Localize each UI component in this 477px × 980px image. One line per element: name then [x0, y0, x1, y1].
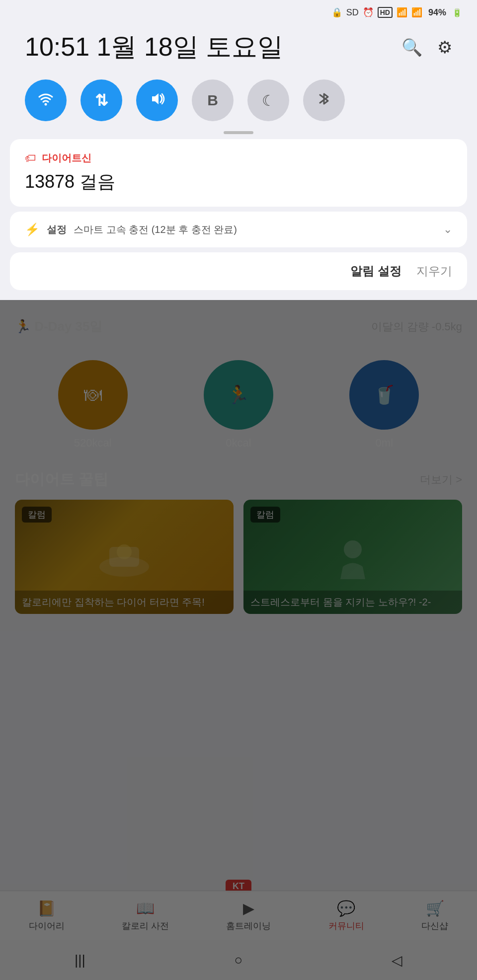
hd-icon: HD [378, 7, 393, 18]
status-bar: 🔒 SD ⏰ HD 📶 📶 94% 🔋 [0, 0, 477, 25]
charging-notification: ⚡ 설정 스마트 고속 충전 (12분 후 충전 완료) ⌄ [10, 212, 467, 247]
bold-toggle[interactable]: B [192, 79, 234, 121]
settings-icon[interactable]: ⚙ [437, 37, 452, 57]
charging-icon: ⚡ [25, 223, 40, 236]
data-toggle[interactable]: ⇅ [80, 79, 122, 121]
volume-toggle[interactable] [136, 79, 178, 121]
svg-point-4 [45, 103, 47, 105]
wifi-toggle[interactable] [25, 79, 67, 121]
notif-app-icon: 🏷 [25, 152, 36, 165]
charging-label: 설정 [47, 223, 67, 236]
volume-toggle-icon [148, 90, 166, 111]
battery-icon: 🔋 [452, 8, 462, 17]
alarm-icon: ⏰ [363, 7, 374, 18]
diet-notification-card: 🏷 다이어트신 13878 걸음 [10, 139, 467, 207]
charging-text: 스마트 고속 충전 (12분 후 충전 완료) [74, 223, 436, 236]
notification-settings-button[interactable]: 알림 설정 [350, 263, 401, 279]
bluetooth-toggle-icon [316, 90, 332, 111]
notif-header: 🏷 다이어트신 [25, 151, 452, 165]
action-row: 알림 설정 지우기 [10, 252, 467, 290]
charging-chevron[interactable]: ⌄ [443, 223, 452, 236]
lock-icon: 🔒 [331, 7, 342, 18]
signal-icon: 📶 [411, 7, 422, 18]
quick-toggles: ⇅ B ☾ [0, 75, 477, 131]
data-toggle-icon: ⇅ [95, 91, 108, 110]
sd-icon: SD [346, 7, 359, 18]
bold-toggle-icon: B [207, 92, 218, 109]
time-display: 10:51 1월 18일 토요일 [25, 30, 283, 65]
notif-body: 13878 걸음 [25, 170, 452, 194]
bluetooth-toggle[interactable] [303, 79, 345, 121]
night-toggle[interactable]: ☾ [247, 79, 289, 121]
battery-text: 94% [428, 7, 446, 18]
notification-panel: 🔒 SD ⏰ HD 📶 📶 94% 🔋 10:51 1월 18일 토요일 🔍 ⚙ [0, 0, 477, 300]
search-icon[interactable]: 🔍 [401, 37, 422, 57]
status-icons: 🔒 SD ⏰ HD 📶 📶 [331, 7, 422, 18]
wifi-status-icon: 📶 [397, 7, 407, 18]
drag-handle [224, 131, 253, 134]
night-toggle-icon: ☾ [262, 92, 275, 109]
wifi-toggle-icon [37, 90, 55, 111]
top-icons: 🔍 ⚙ [401, 37, 452, 57]
dismiss-button[interactable]: 지우기 [416, 263, 452, 279]
notif-app-name: 다이어트신 [42, 151, 91, 165]
